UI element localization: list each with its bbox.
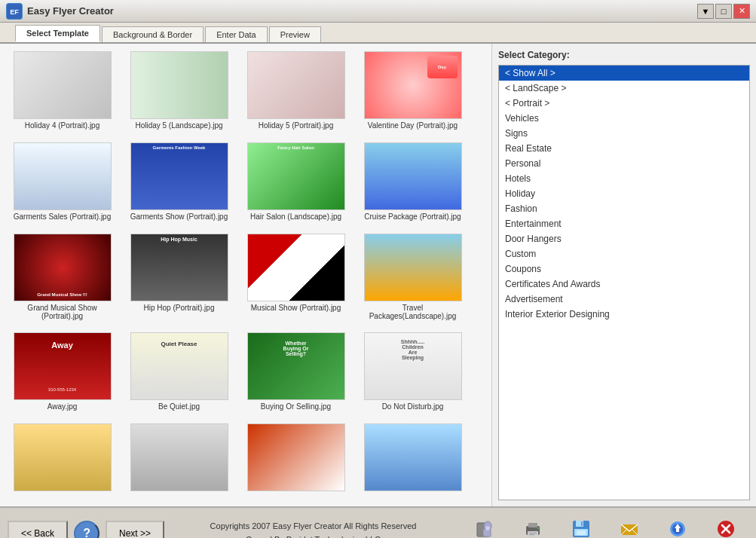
template-label-musical-show: Musical Show (Portrait).jpg (251, 304, 341, 312)
svg-rect-9 (529, 533, 537, 533)
category-item-landscape[interactable]: < LandScape > (499, 81, 749, 96)
template-area: Holiday 4 (Portrait).jpgHoliday 5 (Lands… (0, 44, 492, 506)
help-button[interactable]: ? (74, 521, 99, 538)
back-button[interactable]: << Back (8, 521, 68, 538)
template-thumb-hair-salon: Fancy Hair Salon (247, 142, 345, 210)
save-button[interactable]: Save (559, 512, 604, 538)
template-item-garments-show[interactable]: Garments Fashion WeekGarments Show (Port… (124, 142, 234, 226)
category-item-personal[interactable]: Personal (499, 156, 749, 171)
svg-rect-10 (529, 534, 534, 535)
svg-point-5 (485, 526, 490, 530)
svg-rect-11 (537, 527, 539, 529)
template-label-buying: Buying Or Selling.jpg (261, 402, 331, 411)
template-item-holiday5p[interactable]: Holiday 5 (Portrait).jpg (241, 51, 350, 135)
titlebar: EF Easy Flyer Creator ▼ □ ✕ (0, 0, 756, 23)
template-item-misc1[interactable] (8, 423, 117, 499)
template-item-donotdisturb[interactable]: Shhhh.....ChildrenAreSleepingDo Not Dist… (358, 332, 467, 416)
category-item-custom[interactable]: Custom (499, 246, 749, 261)
app-icon: EF (6, 3, 23, 20)
upload-button[interactable]: Upload (655, 512, 700, 538)
tab-background-border[interactable]: Background & Border (102, 26, 204, 42)
template-thumb-holiday4 (14, 51, 112, 119)
next-button[interactable]: Next >> (106, 521, 164, 538)
template-item-buying[interactable]: WhetherBuying OrSelling?Buying Or Sellin… (241, 332, 350, 416)
template-label-be-quiet: Be Quiet.jpg (158, 402, 200, 411)
category-item-portrait[interactable]: < Portrait > (499, 96, 749, 111)
template-thumb-misc2 (130, 423, 228, 491)
copyright-text: Copyrights 2007 Easy Flyer Creator All R… (164, 520, 462, 538)
template-label-grand-musical: Grand Musical Show (Portrait).jpg (11, 304, 113, 320)
template-label-holiday5p: Holiday 5 (Portrait).jpg (259, 121, 333, 130)
template-thumb-valentine: Day (364, 51, 462, 119)
template-label-hair-salon: Hair Salon (Landscape).jpg (250, 212, 341, 221)
category-item-fashion[interactable]: Fashion (499, 201, 749, 216)
template-thumb-holiday5l (130, 51, 228, 119)
template-thumb-grand-musical: Grand Musical Show !!! (14, 234, 112, 301)
template-item-hip-hop[interactable]: Hip Hop MusicHip Hop (Portrait).jpg (124, 234, 234, 326)
template-item-grand-musical[interactable]: Grand Musical Show !!!Grand Musical Show… (8, 234, 117, 326)
template-label-holiday5l: Holiday 5 (Landscape).jpg (135, 121, 222, 130)
template-item-cruise[interactable]: Cruise Package (Portrait).jpg (358, 142, 467, 226)
category-item-hotels[interactable]: Hotels (499, 171, 749, 186)
template-thumb-hip-hop: Hip Hop Music (130, 234, 228, 301)
category-item-advertisement[interactable]: Advertisement (499, 292, 749, 307)
template-item-holiday4[interactable]: Holiday 4 (Portrait).jpg (8, 51, 117, 135)
minimize-button[interactable]: ▼ (697, 4, 714, 19)
print-icon (521, 517, 545, 539)
email-icon (617, 517, 641, 539)
register-button[interactable]: Register (462, 512, 507, 538)
template-grid[interactable]: Holiday 4 (Portrait).jpgHoliday 5 (Lands… (0, 44, 491, 506)
template-item-garments-sales[interactable]: Garments Sales (Portrait).jpg (8, 142, 117, 226)
maximize-button[interactable]: □ (715, 4, 732, 19)
svg-rect-14 (581, 521, 583, 526)
template-label-garments-show: Garments Show (Portrait).jpg (130, 212, 228, 221)
category-list[interactable]: < Show All >< LandScape >< Portrait >Veh… (498, 65, 750, 500)
tab-select-template[interactable]: Select Template (15, 25, 100, 42)
category-item-interior-exterior[interactable]: Interior Exterior Designing (499, 307, 749, 322)
template-thumb-be-quiet: Quiet Please (130, 332, 228, 400)
category-item-show-all[interactable]: < Show All > (499, 66, 749, 81)
main-content: Holiday 4 (Portrait).jpgHoliday 5 (Lands… (0, 44, 756, 506)
template-thumb-garments-show: Garments Fashion Week (130, 142, 228, 210)
template-thumb-away: Away310-555-1234 (14, 332, 112, 400)
template-label-holiday4: Holiday 4 (Portrait).jpg (25, 121, 99, 130)
category-item-signs[interactable]: Signs (499, 126, 749, 141)
close-button[interactable]: ✕ (733, 4, 750, 19)
template-thumb-cruise (364, 142, 462, 210)
tab-preview[interactable]: Preview (269, 26, 321, 42)
template-item-hair-salon[interactable]: Fancy Hair SalonHair Salon (Landscape).j… (241, 142, 350, 226)
template-item-be-quiet[interactable]: Quiet PleaseBe Quiet.jpg (124, 332, 234, 416)
category-item-coupons[interactable]: Coupons (499, 261, 749, 277)
category-item-certificates[interactable]: Certificates And Awards (499, 277, 749, 292)
template-item-misc2[interactable] (124, 423, 234, 499)
template-item-musical-show[interactable]: Musical Show (Portrait).jpg (241, 234, 350, 326)
window-controls: ▼ □ ✕ (697, 4, 750, 19)
template-item-misc3[interactable] (241, 423, 350, 499)
category-item-door-hangers[interactable]: Door Hangers (499, 231, 749, 246)
category-item-real-estate[interactable]: Real Estate (499, 141, 749, 156)
nav-tabs: Select Template Background & Border Ente… (0, 23, 756, 44)
template-label-away: Away.jpg (47, 402, 78, 411)
template-item-away[interactable]: Away310-555-1234Away.jpg (8, 332, 117, 416)
category-item-vehicles[interactable]: Vehicles (499, 111, 749, 126)
template-thumb-buying: WhetherBuying OrSelling? (247, 332, 345, 400)
bottom-bar: << Back ? Next >> Copyrights 2007 Easy F… (0, 506, 756, 538)
tab-enter-data[interactable]: Enter Data (205, 26, 268, 42)
template-item-holiday5l[interactable]: Holiday 5 (Landscape).jpg (124, 51, 234, 135)
template-item-valentine[interactable]: DayValentine Day (Portrait).jpg (358, 51, 467, 135)
print-button[interactable]: Print (510, 512, 556, 538)
category-item-entertainment[interactable]: Entertainment (499, 216, 749, 231)
template-label-cruise: Cruise Package (Portrait).jpg (364, 212, 461, 221)
exit-button[interactable]: Exit (703, 512, 748, 538)
template-item-travel[interactable]: Travel Packages(Landscape).jpg (358, 234, 467, 326)
svg-rect-8 (528, 531, 538, 536)
email-button[interactable]: EMail (607, 512, 652, 538)
category-item-holiday[interactable]: Holiday (499, 186, 749, 201)
template-item-misc4[interactable] (358, 423, 467, 499)
category-panel: Select Category: < Show All >< LandScape… (492, 44, 756, 506)
svg-rect-7 (528, 523, 537, 527)
svg-rect-16 (577, 530, 586, 535)
template-thumb-misc3 (247, 423, 345, 491)
upload-icon (666, 517, 690, 539)
template-label-valentine: Valentine Day (Portrait).jpg (368, 121, 458, 130)
